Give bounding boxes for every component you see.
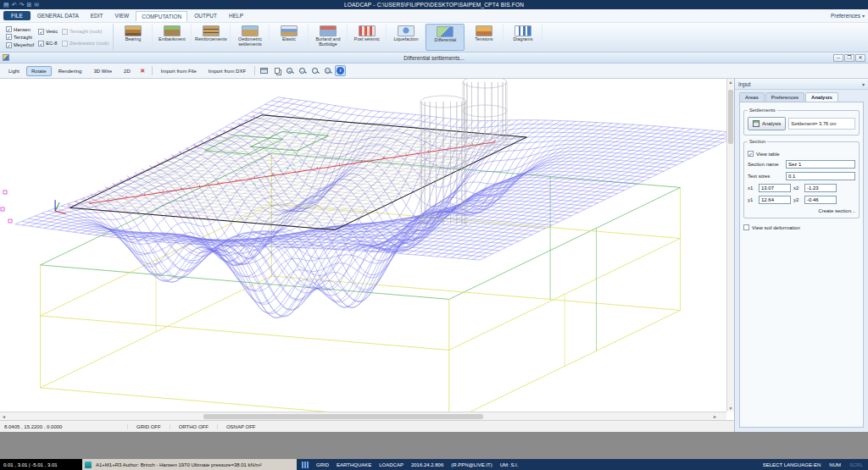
vertical-scrollbar[interactable]: ▲ ▼ bbox=[726, 79, 734, 412]
x2-input[interactable] bbox=[804, 184, 837, 192]
check-hansen[interactable]: Hansen bbox=[6, 26, 34, 32]
check-vesic[interactable]: Vesic bbox=[38, 29, 58, 35]
zoom-in-button[interactable]: + bbox=[284, 65, 295, 76]
ribbon-liquefaction[interactable]: Liquefaction bbox=[387, 24, 426, 51]
menu-output[interactable]: OUTPUT bbox=[189, 11, 222, 20]
ribbon-reinforcements[interactable]: Reinforcements bbox=[192, 24, 231, 51]
scroll-up-icon[interactable]: ▲ bbox=[727, 80, 734, 85]
horizontal-scrollbar[interactable]: ◄ ► bbox=[0, 412, 726, 420]
mail-icon[interactable]: ✉ bbox=[34, 1, 39, 9]
ribbon-post-seismic[interactable]: Post seismic bbox=[348, 24, 387, 51]
statusbar-main: GRID EARTHQUAKE LOADCAP 2016.24.2.806 (R… bbox=[297, 459, 868, 470]
checkbox-icon[interactable] bbox=[743, 224, 749, 230]
zoom-window-button[interactable] bbox=[309, 65, 320, 76]
ribbon-oedometric[interactable]: Oedometric settlements bbox=[231, 24, 270, 51]
osnap-toggle[interactable]: OSNAP OFF bbox=[217, 424, 264, 429]
scroll-left-icon[interactable]: ◄ bbox=[2, 414, 6, 419]
print-button[interactable] bbox=[259, 65, 270, 76]
grid-status[interactable]: GRID bbox=[316, 462, 329, 467]
2d-button[interactable]: 2D bbox=[119, 66, 136, 76]
scroll-thumb[interactable] bbox=[203, 414, 483, 419]
ribbon-embankment[interactable]: Embankment bbox=[153, 24, 192, 51]
text-sizes-input[interactable] bbox=[786, 172, 855, 180]
restore-icon[interactable]: ❐ bbox=[844, 54, 854, 62]
checkbox-icon[interactable] bbox=[6, 42, 12, 48]
menu-computation[interactable]: COMPUTATION bbox=[136, 11, 187, 21]
ribbon-elastic[interactable]: Elastic bbox=[270, 24, 309, 51]
x1-input[interactable] bbox=[759, 184, 791, 192]
panel-options-icon[interactable]: ▾ bbox=[862, 81, 865, 87]
analysis-button[interactable]: Analysis bbox=[748, 117, 786, 130]
scroll-thumb[interactable] bbox=[728, 90, 733, 144]
menu-file[interactable]: FILE bbox=[3, 11, 31, 20]
viewport-statusbar: 8.0405 , 15.2200 , 0.0000 GRID OFF ORTHO… bbox=[0, 420, 734, 432]
ribbon-burland[interactable]: Burland and Burbidge bbox=[309, 24, 348, 51]
light-button[interactable]: Light bbox=[3, 66, 25, 76]
ortho-toggle[interactable]: ORTHO OFF bbox=[170, 424, 217, 429]
view-table-checkbox[interactable]: View table bbox=[748, 151, 855, 157]
menu-help[interactable]: HELP bbox=[224, 11, 248, 20]
checkbox-icon[interactable] bbox=[62, 41, 68, 47]
zoom-extents-button[interactable]: □ bbox=[322, 65, 333, 76]
check-meyerhof[interactable]: Meyerhof bbox=[6, 42, 34, 48]
tab-areas[interactable]: Areas bbox=[739, 92, 765, 102]
3d-wire-button[interactable]: 3D Wire bbox=[88, 66, 117, 76]
ribbon-diagrams[interactable]: Diagrams bbox=[504, 24, 542, 51]
computation-info: A1+M1+R3 Author: Brinch - Hansen 1970 Ul… bbox=[93, 459, 297, 470]
y1-input[interactable] bbox=[759, 196, 791, 204]
language-selector[interactable]: SELECT LANGUAGE-EN bbox=[763, 462, 821, 467]
checkbox-icon[interactable] bbox=[748, 151, 754, 157]
minimize-icon[interactable]: ─ bbox=[833, 54, 843, 62]
embankment-icon bbox=[164, 25, 181, 36]
ribbon-label: Differential bbox=[435, 38, 457, 43]
panel-tabs: Areas Preferences Analysis bbox=[735, 90, 868, 102]
info-button[interactable]: i bbox=[335, 65, 346, 76]
check-zienkiewicz-rock[interactable]: Zienkiewicz (rock) bbox=[62, 41, 108, 47]
method-checkboxes: Hansen Terzaghi Meyerhof Vesic EC-8 Terz… bbox=[2, 24, 114, 51]
check-terzaghi-rock[interactable]: Terzaghi (rock) bbox=[62, 29, 108, 35]
earthquake-status[interactable]: EARTHQUAKE bbox=[337, 462, 371, 467]
scroll-right-icon[interactable]: ► bbox=[713, 414, 717, 419]
check-ec8[interactable]: EC-8 bbox=[38, 41, 58, 47]
tab-analysis[interactable]: Analysis bbox=[805, 92, 838, 102]
grid-toggle[interactable]: GRID OFF bbox=[127, 424, 170, 429]
close-icon[interactable]: ✕ bbox=[855, 54, 865, 62]
units-indicator[interactable]: UM: S.I. bbox=[500, 462, 519, 467]
section-name-input[interactable] bbox=[786, 160, 855, 169]
menu-view[interactable]: VIEW bbox=[110, 11, 135, 20]
checkbox-icon[interactable] bbox=[6, 26, 12, 32]
view-soil-deformation-checkbox[interactable]: View soil deformation bbox=[743, 224, 860, 230]
copy-button[interactable] bbox=[271, 65, 282, 76]
ribbon-tensions[interactable]: Tensions bbox=[465, 24, 504, 51]
ribbon-bearing[interactable]: Bearing bbox=[114, 24, 153, 51]
viewport-3d-scene[interactable] bbox=[0, 79, 726, 412]
ribbon-differential[interactable]: Differential bbox=[426, 24, 465, 51]
check-terzaghi[interactable]: Terzaghi bbox=[6, 34, 34, 40]
menu-general-data[interactable]: GENERAL DATA bbox=[32, 11, 84, 20]
ribbon-label: Reinforcements bbox=[195, 37, 227, 42]
create-section-link[interactable]: Create section... bbox=[818, 208, 855, 213]
redo-icon[interactable]: ↷ bbox=[19, 1, 25, 9]
zoom-out-button[interactable]: − bbox=[297, 65, 308, 76]
check-label: Vesic bbox=[46, 29, 58, 34]
liquefaction-icon bbox=[398, 25, 415, 36]
preferences-dropdown[interactable]: Preferences bbox=[831, 13, 865, 19]
print-icon[interactable]: ⊞ bbox=[26, 1, 31, 9]
checkbox-icon[interactable] bbox=[62, 29, 68, 35]
checkbox-icon[interactable] bbox=[6, 34, 12, 40]
3d-viewport[interactable]: ▲ ▼ ◄ ► 8.0405 , 15.2200 , 0.0000 GRID O… bbox=[0, 79, 734, 432]
rendering-button[interactable]: Rendering bbox=[53, 66, 87, 76]
child-window-icon bbox=[3, 54, 9, 61]
import-from-file-button[interactable]: Import from File bbox=[156, 66, 202, 76]
rotate-button[interactable]: Rotate bbox=[26, 66, 52, 76]
import-from-dxf-button[interactable]: Import from DXF bbox=[203, 66, 251, 76]
tab-preferences[interactable]: Preferences bbox=[765, 92, 804, 102]
y2-input[interactable] bbox=[804, 196, 837, 204]
scroll-down-icon[interactable]: ▼ bbox=[727, 406, 734, 411]
menu-edit[interactable]: EDIT bbox=[86, 11, 108, 20]
save-icon[interactable]: ▤ bbox=[3, 1, 9, 9]
checkbox-icon[interactable] bbox=[38, 41, 44, 47]
checkbox-icon[interactable] bbox=[38, 29, 44, 35]
undo-icon[interactable]: ↶ bbox=[12, 1, 17, 9]
delete-button[interactable]: ✕ bbox=[137, 65, 148, 76]
